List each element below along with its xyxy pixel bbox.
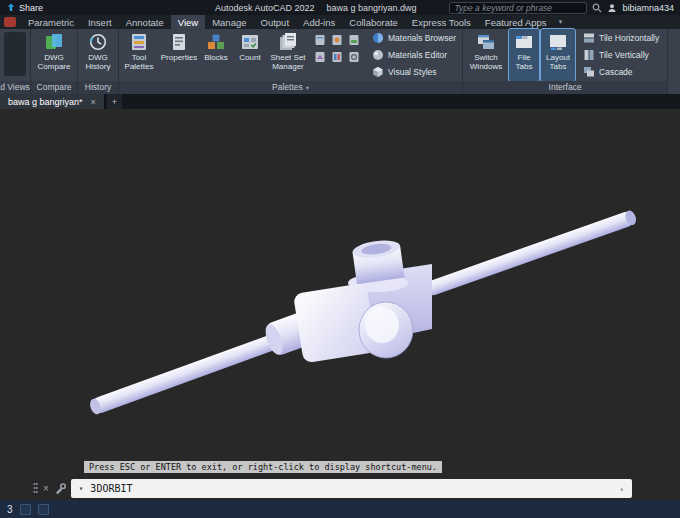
autocad-window: Share Autodesk AutoCAD 2022 bawa g bangr…	[0, 0, 680, 518]
close-command-icon[interactable]: ×	[43, 483, 49, 494]
status-count: 3	[7, 504, 13, 515]
titlebar: Share Autodesk AutoCAD 2022 bawa g bangr…	[0, 0, 680, 15]
app-title: Autodesk AutoCAD 2022	[215, 3, 315, 13]
switch-windows-button[interactable]: Switch Windows	[465, 29, 507, 81]
materials-browser-button[interactable]: Materials Browser	[372, 32, 456, 44]
dwg-compare-icon	[44, 32, 64, 52]
tile-horizontally-icon	[583, 32, 595, 44]
palettes-expand-icon: ▾	[306, 81, 309, 94]
tool-palettes-icon	[129, 32, 149, 52]
user-icon	[607, 3, 617, 13]
palette-mini-icon-6[interactable]	[348, 51, 360, 63]
panel-label-palettes[interactable]: Palettes ▾	[119, 81, 462, 94]
tool-palettes-button[interactable]: Tool Palettes	[119, 29, 159, 81]
search-icon[interactable]	[592, 3, 602, 13]
properties-button[interactable]: Properties	[159, 29, 199, 81]
materials-editor-button[interactable]: Materials Editor	[372, 49, 456, 61]
file-tab-bar: bawa g bangriyan* × +	[0, 94, 680, 109]
palette-mini-icon-2[interactable]	[331, 34, 343, 46]
panel-label-compare: Compare	[31, 81, 77, 94]
palette-mini-icon-4[interactable]	[314, 51, 326, 63]
tile-vertically-icon	[583, 49, 595, 61]
file-tabs-button[interactable]: File Tabs	[509, 29, 539, 81]
customize-wrench-icon[interactable]	[54, 483, 66, 495]
sheet-set-manager-button[interactable]: Sheet Set Manager	[267, 29, 309, 81]
status-grid-icon[interactable]	[20, 504, 31, 515]
tab-insert[interactable]: Insert	[81, 15, 119, 29]
palette-mini-grid	[309, 29, 366, 69]
share-icon	[6, 3, 16, 13]
panel-views-stub: d Views	[0, 29, 31, 94]
panel-label-interface: Interface	[463, 81, 667, 94]
count-icon	[240, 32, 260, 52]
status-bar: 3	[0, 500, 680, 518]
palette-mini-icon-3[interactable]	[348, 34, 360, 46]
layout-tabs-button[interactable]: Layout Tabs	[541, 29, 575, 81]
window-title: Autodesk AutoCAD 2022 bawa g bangriyan.d…	[215, 0, 417, 15]
command-line-row: × ▾ 3DORBIT ▴	[33, 479, 632, 498]
tab-view[interactable]: View	[171, 15, 205, 29]
user-name[interactable]: bibiamna434	[622, 3, 674, 13]
panel-compare: DWG Compare Compare	[31, 29, 78, 94]
interface-row-buttons: Tile Horizontally Tile Vertically Cascad…	[577, 29, 665, 81]
new-tab-button[interactable]: +	[107, 94, 122, 109]
cascade-button[interactable]: Cascade	[583, 66, 659, 78]
panel-interface: Switch Windows File Tabs	[463, 29, 668, 94]
command-text: 3DORBIT	[90, 483, 132, 494]
file-tab-active[interactable]: bawa g bangriyan* ×	[0, 94, 105, 109]
valve-3d-model-canvas[interactable]	[0, 109, 680, 500]
command-hint: Press ESC or ENTER to exit, or right-cli…	[84, 461, 442, 473]
command-grip-handle[interactable]	[33, 482, 38, 496]
tab-express-tools[interactable]: Express Tools	[405, 15, 478, 29]
panel-palettes: Tool Palettes Properties	[119, 29, 463, 94]
tab-add-ins[interactable]: Add-ins	[296, 15, 342, 29]
sheet-set-manager-icon	[278, 32, 298, 52]
file-tabs-icon	[514, 32, 534, 52]
views-stub-button[interactable]	[4, 32, 26, 76]
palette-mini-icon-5[interactable]	[331, 51, 343, 63]
file-tab-label: bawa g bangriyan*	[8, 97, 83, 107]
command-dropdown-icon[interactable]: ▾	[79, 484, 84, 493]
tab-manage[interactable]: Manage	[205, 15, 253, 29]
drawing-viewport[interactable]: Press ESC or ENTER to exit, or right-cli…	[0, 109, 680, 500]
app-menu-icon[interactable]	[4, 17, 16, 27]
tab-output[interactable]: Output	[254, 15, 297, 29]
palettes-row-buttons: Materials Browser Materials Editor	[366, 29, 462, 81]
command-scroll-icon[interactable]: ▴	[619, 484, 624, 493]
close-tab-icon[interactable]: ×	[91, 97, 96, 107]
dwg-compare-button[interactable]: DWG Compare	[31, 29, 77, 81]
titlebar-right: bibiamna434	[449, 2, 674, 14]
ribbon-spacer	[668, 29, 680, 94]
visual-styles-icon	[372, 66, 384, 78]
dwg-history-icon	[88, 32, 108, 52]
visual-styles-button[interactable]: Visual Styles	[372, 66, 456, 78]
document-name: bawa g bangriyan.dwg	[327, 3, 417, 13]
panel-history: DWG History History	[78, 29, 119, 94]
ribbon: d Views DWG Compare Compare	[0, 29, 680, 94]
tab-annotate[interactable]: Annotate	[119, 15, 171, 29]
tab-parametric[interactable]: Parametric	[21, 15, 81, 29]
command-input[interactable]: ▾ 3DORBIT ▴	[71, 479, 632, 498]
share-label: Share	[19, 3, 43, 13]
tile-vertically-button[interactable]: Tile Vertically	[583, 49, 659, 61]
blocks-button[interactable]: Blocks	[199, 29, 233, 81]
ribbon-tab-bar: Parametric Insert Annotate View Manage O…	[0, 15, 680, 29]
tab-featured-apps[interactable]: Featured Apps	[478, 15, 554, 29]
blocks-icon	[206, 32, 226, 52]
materials-editor-icon	[372, 49, 384, 61]
panel-label-history: History	[78, 81, 118, 94]
tile-horizontally-button[interactable]: Tile Horizontally	[583, 32, 659, 44]
tab-collaborate[interactable]: Collaborate	[342, 15, 405, 29]
dwg-history-button[interactable]: DWG History	[78, 29, 118, 81]
status-snap-icon[interactable]	[38, 504, 49, 515]
switch-windows-icon	[476, 32, 496, 52]
valve-front-flange-highlight	[365, 307, 399, 343]
share-button[interactable]: Share	[6, 3, 43, 13]
properties-icon	[169, 32, 189, 52]
palette-mini-icon-1[interactable]	[314, 34, 326, 46]
ribbon-collapse-button[interactable]: ▾	[559, 15, 563, 29]
pipe-right	[424, 209, 638, 297]
search-input[interactable]	[449, 2, 587, 14]
count-button[interactable]: Count	[233, 29, 267, 81]
layout-tabs-icon	[548, 32, 568, 52]
